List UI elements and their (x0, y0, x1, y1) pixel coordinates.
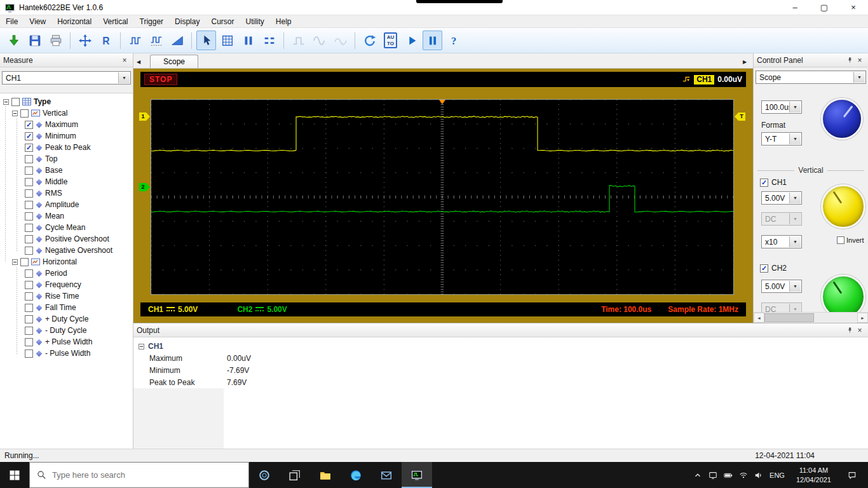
checkbox[interactable] (20, 258, 29, 266)
scrollbar-thumb[interactable] (764, 313, 814, 322)
checkbox[interactable] (11, 98, 20, 106)
file-explorer-button[interactable] (310, 462, 341, 488)
search-input[interactable] (52, 470, 217, 480)
language-indicator[interactable]: ENG (770, 471, 785, 479)
close-icon[interactable]: × (855, 55, 865, 65)
pause-button[interactable] (423, 30, 442, 50)
menu-help[interactable]: Help (270, 15, 297, 27)
tree-item-period[interactable]: Period (1, 268, 133, 279)
checkbox[interactable] (25, 247, 33, 255)
checkbox[interactable] (25, 304, 33, 312)
checkbox[interactable] (25, 349, 33, 358)
taskbar-clock[interactable]: 11:04 AM 12/04/2021 (796, 466, 831, 484)
waveform-measure-button[interactable] (146, 30, 166, 50)
tree-item-peak-to-peak[interactable]: ✓Peak to Peak (1, 142, 133, 153)
ch2-position-marker[interactable]: 2 (139, 183, 150, 191)
checkbox[interactable]: ✓ (25, 121, 33, 129)
horizontal-cursors-button[interactable] (259, 30, 279, 50)
tree-item-pulse-width[interactable]: + Pulse Width (1, 336, 133, 348)
ch1-probe-select[interactable]: x10 (761, 235, 802, 248)
checkbox[interactable] (20, 109, 29, 118)
control-panel-scrollbar[interactable]: ◄ ► (754, 312, 868, 323)
ch1-enable-checkbox[interactable]: ✓ (760, 179, 768, 187)
tree-item-rms[interactable]: RMS (1, 187, 133, 199)
pin-icon[interactable] (844, 325, 855, 336)
tree-item-duty-cycle[interactable]: - Duty Cycle (1, 325, 133, 336)
checkbox[interactable] (25, 235, 33, 243)
save-button[interactable] (25, 30, 44, 50)
ch2-scale-select[interactable]: 5.00V (761, 280, 802, 293)
run-button[interactable] (402, 30, 421, 50)
mail-button[interactable] (371, 462, 402, 488)
trigger-level-marker[interactable]: T (735, 112, 745, 121)
checkbox[interactable] (25, 224, 33, 232)
checkbox[interactable]: ✓ (25, 132, 33, 140)
close-icon[interactable]: × (855, 325, 865, 336)
help-button[interactable]: ? (444, 30, 463, 50)
collapse-icon[interactable] (139, 344, 144, 349)
checkbox[interactable] (25, 166, 33, 175)
tab-scroll-left-button[interactable]: ◀ (133, 55, 144, 68)
tree-item-negative-overshoot[interactable]: Negative Overshoot (1, 245, 133, 256)
tree-item-rise-time[interactable]: Rise Time (1, 290, 133, 302)
action-center-icon[interactable] (843, 471, 862, 480)
checkbox[interactable] (25, 178, 33, 186)
tree-expander-icon[interactable] (12, 111, 18, 116)
checkbox[interactable] (25, 292, 33, 301)
tree-item-fall-time[interactable]: Fall Time (1, 302, 133, 313)
wifi-icon[interactable] (739, 471, 748, 480)
ch1-invert-checkbox[interactable] (837, 236, 844, 244)
menu-utility[interactable]: Utility (240, 15, 269, 27)
tree-node-horizontal[interactable]: Horizontal (1, 256, 133, 268)
ch1-scale-select[interactable]: 5.00V (761, 191, 802, 205)
format-select[interactable]: Y-T (761, 132, 802, 146)
ch1-position-marker[interactable]: 1 (139, 112, 150, 121)
tree-expander-icon[interactable] (12, 259, 18, 265)
autoset-button[interactable]: AUTO (381, 30, 400, 50)
menu-vertical[interactable]: Vertical (97, 15, 133, 27)
ramp-generator-button[interactable] (167, 30, 187, 50)
tree-item-top[interactable]: Top (1, 153, 133, 165)
checkbox[interactable] (25, 281, 33, 289)
menu-file[interactable]: File (0, 15, 24, 27)
menu-trigger[interactable]: Trigger (134, 15, 170, 27)
ch1-position-knob[interactable] (821, 184, 865, 229)
checkbox[interactable] (25, 327, 33, 335)
checkbox[interactable] (25, 155, 33, 163)
tree-item-pulse-width[interactable]: - Pulse Width (1, 348, 133, 359)
auto-range-button[interactable]: R (96, 30, 116, 50)
maximize-button[interactable]: ▢ (810, 0, 839, 15)
cursor-select-button[interactable] (196, 30, 216, 50)
checkbox[interactable] (25, 189, 33, 198)
tree-item-amplitude[interactable]: Amplitude (1, 199, 133, 210)
open-button[interactable] (4, 30, 24, 50)
taskbar-search[interactable] (29, 462, 249, 488)
tree-node-vertical[interactable]: Vertical (1, 107, 133, 119)
minimize-button[interactable]: – (780, 0, 810, 15)
tree-item-duty-cycle[interactable]: + Duty Cycle (1, 313, 133, 325)
checkbox[interactable] (25, 212, 33, 220)
task-view-button[interactable] (280, 462, 310, 488)
tree-item-frequency[interactable]: Frequency (1, 279, 133, 290)
edge-button[interactable] (341, 462, 371, 488)
hidden-icons-chevron[interactable] (693, 471, 702, 480)
checkbox[interactable] (25, 338, 33, 346)
timebase-select[interactable]: 100.0us (761, 100, 802, 114)
tree-item-cycle-mean[interactable]: Cycle Mean (1, 222, 133, 233)
panel-mode-select[interactable]: Scope (756, 71, 866, 84)
pin-icon[interactable] (844, 55, 855, 65)
hardware-icon[interactable] (709, 471, 717, 480)
timebase-knob[interactable] (821, 98, 863, 140)
print-button[interactable] (46, 30, 65, 50)
menu-view[interactable]: View (24, 15, 51, 27)
close-button[interactable]: × (839, 0, 868, 15)
scroll-left-button[interactable]: ◄ (754, 313, 764, 323)
pan-move-button[interactable] (75, 30, 95, 50)
menu-cursor[interactable]: Cursor (205, 15, 240, 27)
menu-horizontal[interactable]: Horizontal (51, 15, 97, 27)
tree-item-mean[interactable]: Mean (1, 210, 133, 222)
volume-icon[interactable] (754, 471, 763, 480)
checkbox[interactable] (25, 269, 33, 278)
hantek-app-button[interactable] (402, 462, 432, 488)
scroll-right-button[interactable]: ► (857, 313, 868, 323)
